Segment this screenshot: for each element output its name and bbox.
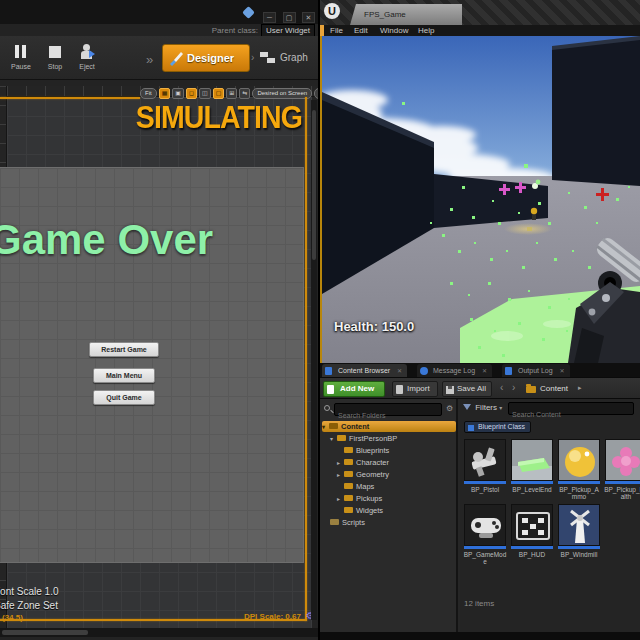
toggle-grid-button[interactable]: ▦ — [159, 88, 171, 99]
hud-thumbnail — [511, 504, 553, 546]
toolbar-overflow-chevron[interactable]: » — [146, 52, 153, 67]
menu-window[interactable]: Window — [380, 26, 408, 35]
tree-item-geometry[interactable]: ▸Geometry — [322, 469, 456, 480]
asset-bp-pickup-ammo[interactable]: BP_Pickup_Ammo — [557, 439, 601, 500]
close-tab-icon[interactable]: ✕ — [482, 368, 487, 374]
asset-view-panel: Filters ▾ Blueprint Class BP_Pistol — [460, 399, 640, 632]
asset-bp-gamemode[interactable]: BP_GameMode — [463, 504, 507, 565]
menu-file[interactable]: File — [330, 26, 343, 35]
game-scene — [322, 36, 640, 363]
tree-item-character[interactable]: ▸Character — [322, 457, 456, 468]
toggle-snap-button[interactable]: ▣ — [172, 88, 184, 99]
eject-button[interactable]: Eject — [72, 40, 102, 76]
minimize-button[interactable]: ─ — [263, 12, 276, 23]
vertical-scrollbar-thumb[interactable] — [312, 110, 316, 260]
folder-options-gear-icon[interactable]: ⚙ — [446, 404, 453, 413]
tree-item-content[interactable]: ▾Content — [322, 421, 456, 432]
close-tab-icon[interactable]: ✕ — [560, 368, 565, 374]
add-new-button[interactable]: Add New — [323, 381, 385, 397]
new-asset-icon — [327, 385, 334, 394]
toggle-guides-button[interactable]: ◫ — [199, 88, 211, 99]
bottom-tab-strip: Content Browser ✕ Message Log ✕ Output L… — [320, 363, 640, 377]
graph-nodes-icon — [260, 52, 276, 64]
tab-output-log[interactable]: Output Log ✕ — [502, 364, 570, 377]
search-content-input[interactable] — [509, 409, 633, 420]
asset-bp-levelend[interactable]: BP_LevelEnd — [510, 439, 554, 493]
tree-label: FirstPersonBP — [349, 434, 397, 443]
screen-size-dropdown[interactable]: Desired on Screen — [252, 88, 312, 99]
tree-item-pickups[interactable]: ▸Pickups — [322, 493, 456, 504]
unreal-logo: U — [324, 3, 340, 19]
asset-label: BP_GameMode — [463, 551, 507, 565]
output-log-icon — [505, 367, 512, 375]
filters-button[interactable]: Filters ▾ — [463, 403, 502, 412]
tree-label: Scripts — [342, 518, 365, 527]
tab-content-browser-label: Content Browser — [338, 367, 390, 374]
tree-label: Pickups — [356, 494, 382, 503]
horizontal-scrollbar-thumb[interactable] — [2, 630, 88, 635]
game-viewport[interactable]: Health: 150.0 — [320, 36, 640, 363]
pistol-thumbnail — [464, 439, 506, 481]
content-browser-toolbar: Add New Import Save All ‹ › Content ▸ — [320, 377, 640, 399]
level-tab[interactable]: FPS_Game — [350, 4, 462, 25]
right-wall — [552, 38, 640, 186]
widget-preview-panel[interactable]: Game Over Restart Game Main Menu Quit Ga… — [0, 167, 304, 563]
tree-item-blueprints[interactable]: Blueprints — [322, 445, 456, 456]
asset-bp-pickup-health[interactable]: BP_Pickup_Health — [604, 439, 640, 500]
tab-message-log[interactable]: Message Log ✕ — [417, 364, 492, 377]
save-all-button[interactable]: Save All — [442, 381, 492, 397]
umg-titlebar[interactable]: ─ ▢ ✕ — [0, 0, 319, 24]
tree-label: Geometry — [356, 470, 389, 479]
close-button[interactable]: ✕ — [302, 12, 315, 23]
tree-item-widgets[interactable]: Widgets — [322, 505, 456, 516]
editor-titlebar[interactable]: U FPS_Game — [320, 0, 640, 25]
back-arrow[interactable]: ‹ — [500, 382, 503, 393]
blueprint-class-filter-chip[interactable]: Blueprint Class — [464, 421, 531, 433]
menu-help[interactable]: Help — [418, 26, 434, 35]
tree-label: Content — [341, 422, 369, 431]
save-icon — [446, 386, 454, 394]
toggle-safezone-button[interactable]: ▢ — [213, 88, 225, 99]
tab-message-log-label: Message Log — [433, 367, 475, 374]
main-menu-button[interactable]: Main Menu — [93, 368, 155, 383]
tree-label: Character — [356, 458, 389, 467]
add-new-label: Add New — [340, 384, 374, 393]
eject-icon — [77, 42, 97, 62]
maximize-button[interactable]: ▢ — [283, 12, 296, 23]
tab-content-browser[interactable]: Content Browser ✕ — [322, 364, 407, 377]
asset-bp-pistol[interactable]: BP_Pistol — [463, 439, 507, 493]
asset-label: BP_HUD — [510, 551, 554, 558]
restart-game-button[interactable]: Restart Game — [89, 342, 159, 357]
tree-label: Blueprints — [356, 446, 389, 455]
asset-bp-windmill[interactable]: BP_Windmill — [557, 504, 601, 558]
blueprint-color-swatch — [468, 425, 474, 431]
tree-item-scripts[interactable]: Scripts — [322, 517, 456, 528]
graph-mode-button[interactable]: Graph — [258, 46, 316, 70]
toggle-resize-button[interactable]: ⊞ — [226, 88, 237, 99]
asset-label: BP_LevelEnd — [510, 486, 554, 493]
forward-arrow[interactable]: › — [512, 382, 515, 393]
import-button[interactable]: Import — [392, 381, 438, 397]
search-folders-input[interactable] — [335, 410, 441, 421]
menu-edit[interactable]: Edit — [354, 26, 368, 35]
tab-output-log-label: Output Log — [518, 367, 553, 374]
quit-game-button[interactable]: Quit Game — [93, 390, 155, 405]
tree-item-maps[interactable]: Maps — [322, 481, 456, 492]
filters-label: Filters — [475, 403, 497, 412]
designer-mode-button[interactable]: Designer — [162, 44, 250, 72]
umg-toolbar: Pause Stop Eject » Designer › Graph — [0, 36, 319, 80]
filter-chip-label: Blueprint Class — [478, 423, 525, 430]
asset-bp-hud[interactable]: BP_HUD — [510, 504, 554, 558]
close-tab-icon[interactable]: ✕ — [397, 368, 402, 374]
zoom-fit-button[interactable]: Fit — [140, 88, 157, 99]
breadcrumb-arrow-icon[interactable]: ▸ — [578, 384, 582, 392]
pause-button[interactable]: Pause — [6, 40, 36, 76]
levelend-thumbnail — [511, 439, 553, 481]
asset-label: BP_Windmill — [557, 551, 601, 558]
localization-preview-button[interactable]: ⇆ — [239, 88, 250, 99]
stop-button[interactable]: Stop — [40, 40, 70, 76]
breadcrumb-content[interactable]: Content — [540, 384, 568, 393]
toggle-outline-button[interactable]: ◻ — [186, 88, 197, 99]
tree-item-firstpersonbp[interactable]: ▾FirstPersonBP — [322, 433, 456, 444]
paintbrush-icon — [167, 50, 184, 67]
